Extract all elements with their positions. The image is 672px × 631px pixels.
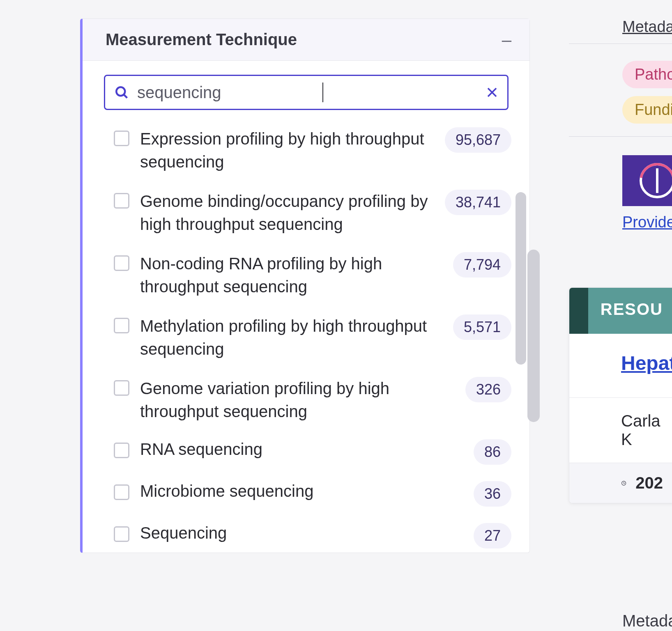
resource-badge-label: RESOU — [588, 288, 672, 334]
option-count: 36 — [474, 481, 511, 507]
search-icon — [114, 85, 129, 100]
option-checkbox[interactable] — [114, 193, 129, 209]
metadata-link[interactable]: Metada — [622, 18, 672, 36]
option-label: RNA sequencing — [140, 439, 463, 459]
filter-option[interactable]: Methylation profiling by high throughput… — [114, 314, 511, 360]
metadata-link[interactable]: Metada — [622, 612, 672, 630]
filter-option[interactable]: Genome binding/occupancy profiling by hi… — [114, 190, 511, 236]
filter-body: Expression profiling by high throughput … — [83, 61, 529, 553]
option-checkbox[interactable] — [114, 443, 129, 458]
option-label: Methylation profiling by high throughput… — [140, 314, 442, 360]
option-count: 7,794 — [453, 252, 511, 278]
resource-badge: RESOU — [569, 288, 672, 334]
option-count: 95,687 — [445, 127, 511, 153]
option-label: Microbiome sequencing — [140, 481, 463, 501]
option-count: 86 — [474, 439, 511, 465]
svg-line-1 — [124, 95, 127, 98]
option-label: Genome binding/occupancy profiling by hi… — [140, 190, 434, 236]
measurement-technique-filter: Measurement Technique – Expression profi… — [80, 18, 530, 553]
result-author: Carla K — [569, 398, 672, 463]
collapse-icon[interactable]: – — [502, 31, 511, 48]
filter-option[interactable]: Expression profiling by high throughput … — [114, 127, 511, 173]
filter-option[interactable]: Non-coding RNA profiling by high through… — [114, 252, 511, 298]
svg-point-0 — [116, 87, 125, 96]
tag-pathogen[interactable]: Patho — [622, 61, 672, 88]
filter-option[interactable]: Genome variation profiling by high throu… — [114, 377, 511, 423]
filter-title: Measurement Technique — [106, 30, 297, 49]
result-date-row: 202 — [569, 463, 672, 503]
filter-option[interactable]: Microbiome sequencing 36 — [114, 481, 511, 507]
divider — [569, 44, 672, 44]
option-count: 27 — [474, 523, 511, 548]
clock-icon — [621, 475, 626, 491]
divider — [569, 136, 672, 137]
option-checkbox[interactable] — [114, 255, 129, 271]
tag-funding[interactable]: Fundi — [622, 96, 672, 124]
provided-by-link[interactable]: Provided — [622, 213, 672, 231]
clear-icon[interactable] — [486, 86, 498, 99]
filter-option[interactable]: Sequencing 27 — [114, 523, 511, 548]
result-date: 202 — [635, 474, 663, 492]
option-checkbox[interactable] — [114, 484, 129, 500]
search-input[interactable] — [137, 83, 486, 102]
option-checkbox[interactable] — [114, 380, 129, 396]
option-count: 38,741 — [445, 190, 511, 215]
options-scrollbar[interactable] — [516, 192, 526, 365]
option-label: Expression profiling by high throughput … — [140, 127, 434, 173]
filter-header[interactable]: Measurement Technique – — [83, 19, 529, 61]
option-count: 5,571 — [453, 314, 511, 340]
option-label: Genome variation profiling by high throu… — [140, 377, 455, 423]
result-card: RESOU Hepat Carla K 202 — [569, 287, 672, 503]
panel-scrollbar[interactable] — [527, 250, 540, 422]
result-title-link[interactable]: Hepat — [569, 334, 672, 379]
option-count: 326 — [465, 377, 511, 402]
option-checkbox[interactable] — [114, 131, 129, 146]
text-caret — [322, 83, 323, 102]
logo-icon — [640, 163, 672, 198]
option-checkbox[interactable] — [114, 526, 129, 542]
option-checkbox[interactable] — [114, 318, 129, 333]
filter-option[interactable]: RNA sequencing 86 — [114, 439, 511, 465]
option-label: Non-coding RNA profiling by high through… — [140, 252, 442, 298]
option-label: Sequencing — [140, 523, 463, 543]
filter-options: Expression profiling by high throughput … — [104, 127, 511, 548]
provider-logo — [622, 155, 672, 206]
filter-search[interactable] — [104, 75, 509, 110]
